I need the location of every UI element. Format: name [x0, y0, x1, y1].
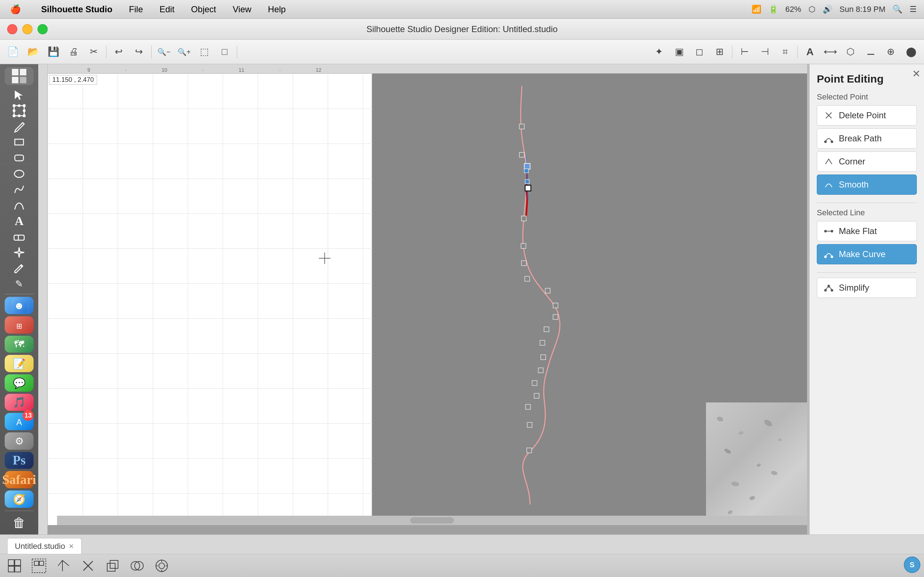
zoom-fit-btn[interactable]: ⬚ — [195, 43, 214, 61]
make-flat-btn[interactable]: Make Flat — [817, 221, 917, 241]
fill-btn[interactable]: ▣ — [670, 43, 689, 61]
appstore-icon[interactable]: 13 A — [5, 413, 34, 430]
corner-btn[interactable]: Corner — [817, 152, 917, 172]
edit-menu[interactable]: Edit — [157, 3, 177, 16]
delete-point-btn[interactable]: Delete Point — [817, 105, 917, 126]
svg-rect-38 — [525, 169, 528, 173]
close-panel-btn[interactable]: ✕ — [912, 68, 921, 80]
canvas-content[interactable] — [48, 74, 807, 525]
photoshop-icon[interactable]: Ps — [5, 452, 34, 469]
align-text-btn[interactable]: ⌗ — [775, 43, 795, 61]
svg-point-11 — [13, 110, 15, 111]
notes-icon[interactable]: 📝 — [5, 355, 34, 372]
target-btn[interactable] — [151, 557, 173, 574]
grid-btn[interactable]: ⊞ — [710, 43, 729, 61]
group-objects-btn[interactable] — [3, 557, 25, 574]
undo-btn[interactable]: ↩ — [109, 43, 128, 61]
music-icon[interactable]: 🎵 — [5, 394, 34, 411]
ellipse-tool[interactable] — [3, 166, 36, 181]
curve-tool[interactable] — [3, 198, 36, 213]
delete-shape-btn[interactable] — [77, 557, 99, 574]
safari-icon[interactable]: 🧭 — [5, 490, 34, 508]
pen-tool[interactable] — [3, 245, 36, 260]
new-file-btn[interactable]: 📄 — [3, 43, 23, 61]
launchpad-icon[interactable]: ⊞ — [5, 316, 34, 334]
zoom-in-btn[interactable]: 🔍+ — [175, 43, 194, 61]
help-menu[interactable]: Help — [265, 3, 288, 16]
break-path-btn[interactable]: Break Path — [817, 128, 917, 148]
point-edit-tool[interactable]: ✦ — [650, 43, 669, 61]
erase-tool[interactable] — [3, 229, 36, 245]
scrollbar-thumb[interactable] — [410, 517, 454, 523]
rect-tool[interactable] — [3, 134, 36, 150]
save-file-btn[interactable]: 💾 — [44, 43, 63, 61]
svg-line-13 — [21, 122, 23, 124]
menubar: 🍎 Silhouette Studio File Edit Object Vie… — [0, 0, 924, 19]
make-curve-btn[interactable]: Make Curve — [817, 244, 917, 264]
close-window-btn[interactable] — [7, 24, 17, 34]
tabbar: Untitled.studio ✕ — [0, 534, 924, 554]
spotlight-icon[interactable]: 🔍 — [893, 5, 902, 14]
make-curve-label: Make Curve — [839, 249, 885, 259]
tab-untitled[interactable]: Untitled.studio ✕ — [7, 538, 82, 554]
open-file-btn[interactable]: 📂 — [24, 43, 43, 61]
transform-tool[interactable] — [3, 103, 36, 118]
highlight-tool[interactable]: ✎ — [3, 277, 36, 292]
finder-icon[interactable]: ☻ — [5, 297, 34, 314]
pencil-tool[interactable] — [3, 261, 36, 276]
draw-tool[interactable] — [3, 119, 36, 134]
zoom-actual-btn[interactable]: □ — [215, 43, 234, 61]
notification-icon[interactable]: ☰ — [909, 5, 917, 14]
object-menu[interactable]: Object — [188, 3, 219, 16]
align-left-btn[interactable]: ⊢ — [735, 43, 754, 61]
maps-icon[interactable]: 🗺 — [5, 336, 34, 353]
mirror-h-btn[interactable]: ⟷ — [821, 43, 840, 61]
clock: Sun 8:19 PM — [840, 5, 885, 14]
horizontal-scrollbar[interactable] — [57, 516, 807, 525]
freehand-tool[interactable] — [3, 182, 36, 197]
select-tool[interactable] — [3, 87, 36, 102]
simplify-btn[interactable]: Simplify — [817, 278, 917, 298]
cut-btn[interactable]: ✂ — [84, 43, 103, 61]
svg-rect-14 — [15, 139, 23, 145]
app-menu-name[interactable]: Silhouette Studio — [38, 3, 115, 16]
messages-icon[interactable]: 💬 — [5, 374, 34, 392]
bottom-toolbar: S — [0, 554, 924, 577]
svg-text:📝: 📝 — [13, 358, 26, 370]
svg-text:🗑: 🗑 — [13, 515, 26, 530]
minimize-window-btn[interactable] — [23, 24, 32, 34]
svg-rect-44 — [545, 288, 551, 293]
panel-title: Point Editing — [817, 73, 917, 85]
weld-btn[interactable]: ⊕ — [881, 43, 900, 61]
align-center-btn[interactable]: ⊣ — [756, 43, 774, 61]
round-rect-tool[interactable] — [3, 150, 36, 166]
arrange-btn[interactable] — [53, 557, 74, 574]
transform-btn[interactable]: ⬡ — [841, 43, 860, 61]
redo-btn[interactable]: ↪ — [129, 43, 149, 61]
smooth-btn[interactable]: Smooth — [817, 174, 917, 195]
canvas-area[interactable]: 9·10·11·12 11.150 , 2.470 — [38, 64, 807, 534]
boolean-union-btn[interactable] — [126, 557, 148, 574]
view-menu[interactable]: View — [230, 3, 254, 16]
knife-btn[interactable]: ⚊ — [861, 43, 880, 61]
zoom-out-btn[interactable]: 🔍− — [155, 43, 173, 61]
svg-rect-46 — [553, 314, 558, 319]
ungroup-objects-btn[interactable] — [28, 557, 50, 574]
stroke-btn[interactable]: ◻ — [690, 43, 709, 61]
print-btn[interactable]: 🖨 — [64, 43, 83, 61]
svg-point-7 — [13, 115, 15, 117]
file-menu[interactable]: File — [126, 3, 146, 16]
text-tool[interactable]: A — [3, 213, 36, 229]
maximize-window-btn[interactable] — [37, 24, 48, 34]
delete-point-icon — [823, 110, 835, 121]
illustrator-icon[interactable]: Safari — [5, 471, 34, 488]
duplicate-btn[interactable] — [102, 557, 123, 574]
ruler-top: 9·10·11·12 — [48, 64, 807, 74]
text-btn[interactable]: A — [801, 43, 819, 61]
titlebar: Silhouette Studio Designer Edition: Unti… — [0, 19, 924, 40]
trash-icon[interactable]: 🗑 — [5, 514, 34, 531]
apple-menu[interactable]: 🍎 — [7, 3, 24, 16]
tab-close-btn[interactable]: ✕ — [69, 542, 74, 550]
system-prefs-icon[interactable]: ⚙ — [5, 432, 34, 450]
path-btn[interactable]: ⬤ — [901, 43, 921, 61]
